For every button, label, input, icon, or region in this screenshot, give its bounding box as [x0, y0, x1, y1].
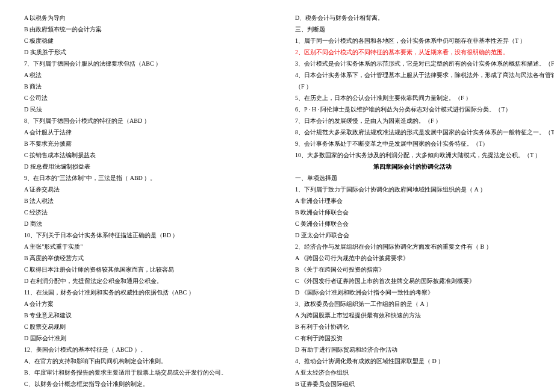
- text-line: D 民法: [24, 104, 259, 115]
- text-line: C 有利于跨国投资: [295, 332, 530, 344]
- text-line: 9、在日本的"三法体制"中，三法是指（ ABD ）。: [24, 172, 259, 184]
- text-line: 1、属于同一会计模式的各国和各地区，会计实务体系中仍可能存在非基本性差异（T ）: [295, 35, 530, 46]
- text-line: A 主张"形式重于实质": [24, 241, 259, 252]
- text-line: B 有利于会计协调化: [295, 321, 530, 332]
- text-line: D 《国际会计准则和欧洲会计指令间一致性的考察》: [295, 287, 530, 298]
- text-line: A、在官方的支持和影响下由民间机构制定会计准则。: [24, 355, 259, 367]
- text-line: 5、在历史上，日本的公认会计准则主要依靠民间力量制定。（F ）: [295, 92, 530, 104]
- text-line: C 《外国发行者证券跨国上市的首次挂牌交易的国际披露准则概要》: [295, 275, 530, 287]
- text-line: C 股票交易规则: [24, 321, 259, 332]
- text-line: 7、下列属于德国会计服从的法律要求包括（ABC ）: [24, 58, 259, 69]
- text-line: C、以财务会计概念框架指导会计准则的制定。: [24, 378, 259, 390]
- text-line: （F ）: [295, 81, 530, 92]
- text-line: 三、判断题: [295, 23, 530, 35]
- text-line: B 商法: [24, 81, 259, 92]
- text-line: 11、在法国，财务会计准则和实务的权威性的依据包括（ABC ）: [24, 287, 259, 298]
- text-line: D 亚太会计师联合会: [295, 229, 530, 241]
- text-line: 第四章国际会计的协调化活动: [295, 161, 530, 172]
- text-line: A 为跨国股票上市过程提供最有效和快速的方法: [295, 310, 530, 321]
- text-line: 3、会计模式是会计实务体系的示范形式，它是对已定型的所有的会计实务体系的概括和描…: [295, 58, 530, 69]
- text-line: D、税务会计与财务会计相背离。: [295, 12, 530, 23]
- text-line: C 取得日本注册会计师的资格较其他国家而言，比较容易: [24, 264, 259, 275]
- text-line: D 实质胜于形式: [24, 46, 259, 58]
- text-line: 3、政权委员会国际组织第一工作组的目的是（ A ）: [295, 298, 530, 310]
- text-line: D 按总费用法编制损益表: [24, 161, 259, 172]
- text-line: A 亚太经济合作组织: [295, 367, 530, 378]
- text-line: 10、大多数国家的会计实务涉及的利润分配，大多倾向欧洲大陆模式，先提法定公积。（…: [295, 149, 530, 161]
- text-line: 2、区别不同会计模式的不同特征的基本要素，从近期来看，没有很明确的范围。: [295, 46, 530, 58]
- text-line: A 会计服从于法律: [24, 126, 259, 138]
- text-line: C 极度稳健: [24, 35, 259, 46]
- text-line: A 《跨国公司行为规范中的会计披露要求》: [295, 252, 530, 264]
- text-line: D 有助于进行国际贸易和经济合作活动: [295, 344, 530, 355]
- text-line: B 法人税法: [24, 195, 259, 207]
- text-line: B 欧洲会计师联合会: [295, 207, 530, 218]
- text-line: C 公司法: [24, 92, 259, 104]
- text-line: 4、日本会计实务体系下，会计管理基本上服从于法律要求，除税法外，形成了商法与民法…: [295, 69, 530, 81]
- text-line: A 以税务为导向: [24, 12, 259, 23]
- text-line: 一、单项选择题: [295, 172, 530, 184]
- text-line: D 在利润分配中，先提留法定公积金和通用公积金。: [24, 275, 259, 287]
- text-line: B 证券委员会国际组织: [295, 378, 530, 390]
- text-line: 2、经济合作与发展组织在会计的国际协调化方面发布的重要文件有（ B ）: [295, 241, 530, 252]
- text-line: 10、下列关于日本会计实务体系特征描述正确的是（BD ）: [24, 229, 259, 241]
- text-line: 1、下列属于致力于国际会计协调化的政府间地域性国际组织的是（ A ）: [295, 184, 530, 195]
- text-line: B 不要求充分披露: [24, 138, 259, 149]
- text-line: 8、下列属于德国会计模式的特征的是（ABD ）: [24, 115, 259, 126]
- text-line: C 经济法: [24, 207, 259, 218]
- text-line: A 证券交易法: [24, 184, 259, 195]
- text-line: 9、会计事务体系处于不断变革之中是发展中国家的会计实务特征。（T）: [295, 138, 530, 149]
- text-line: B 专业意见和建议: [24, 310, 259, 321]
- text-line: A 非洲会计理事会: [295, 195, 530, 207]
- text-line: B、年度审计和财务报告的要求主要适用于股票上场交易或公开发行的公司。: [24, 367, 259, 378]
- text-line: 7、日本会计的发展缓慢，是由人为因素造成的。（F ）: [295, 115, 530, 126]
- document-container: A 以税务为导向B 由政府颁布统一的会计方案C 极度稳健D 实质胜于形式7、下列…: [24, 12, 530, 390]
- right-column: D、税务会计与财务会计相背离。三、判断题1、属于同一会计模式的各国和各地区，会计…: [295, 12, 530, 390]
- text-line: A 税法: [24, 69, 259, 81]
- text-line: B 《关于在跨国公司投资的指南》: [295, 264, 530, 275]
- text-line: B 由政府颁布统一的会计方案: [24, 23, 259, 35]
- text-line: 6、P · H · 阿伦博士是以维护谁的利益为分类标志对会计模式进行国际分类。（…: [295, 104, 530, 115]
- text-line: C 美洲会计师联合会: [295, 218, 530, 229]
- text-line: 12、美国会计模式的基本特征是（ ABCD ）。: [24, 344, 259, 355]
- text-line: 8、会计规范大多采取政府法规或准法规的形式是发展中国家的会计实务体系的一般特征之…: [295, 126, 530, 138]
- text-line: B 高度的举债经营方式: [24, 252, 259, 264]
- text-line: D 商法: [24, 218, 259, 229]
- text-line: C 按销售成本法编制损益表: [24, 149, 259, 161]
- text-line: A 会计方案: [24, 298, 259, 310]
- left-column: A 以税务为导向B 由政府颁布统一的会计方案C 极度稳健D 实质胜于形式7、下列…: [24, 12, 259, 390]
- text-line: 4、推动会计协调化最有成效的区域性国家联盟是（ D ）: [295, 355, 530, 367]
- text-line: D 国际会计准则: [24, 332, 259, 344]
